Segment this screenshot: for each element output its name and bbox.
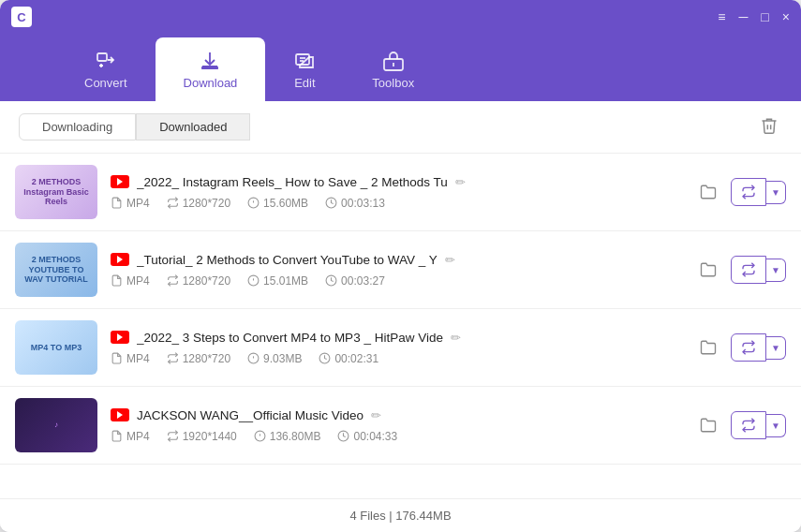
size-1: 15.60MB xyxy=(247,197,308,210)
convert-dropdown-button-2[interactable]: ▼ xyxy=(766,259,786,282)
file-name-1: _2022_ Instagram Reels_ How to Save _ 2 … xyxy=(137,175,448,189)
convert-main-button-1[interactable] xyxy=(731,178,766,206)
convert-icon xyxy=(95,50,117,72)
convert-dropdown-button-3[interactable]: ▼ xyxy=(766,336,786,360)
thumbnail-text-1: 2 METHODS Instagram Basic Reels xyxy=(15,165,97,219)
format-1: MP4 xyxy=(111,197,150,210)
duration-3: 00:02:31 xyxy=(319,352,378,365)
resolution-icon-1 xyxy=(167,197,179,209)
open-folder-button-3[interactable] xyxy=(693,332,723,362)
convert-button-3: ▼ xyxy=(731,333,786,362)
nav-item-edit[interactable]: Edit xyxy=(265,37,344,101)
convert-action-icon-4 xyxy=(741,418,756,433)
folder-icon-1 xyxy=(700,184,717,200)
convert-action-icon-3 xyxy=(741,340,756,355)
thumbnail-text-3: MP4 TO MP3 xyxy=(15,320,97,375)
menu-icon[interactable]: ≡ xyxy=(718,9,725,24)
duration-icon-1 xyxy=(325,197,337,209)
resolution-2: 1280*720 xyxy=(167,274,230,288)
close-button[interactable]: × xyxy=(782,9,790,24)
open-folder-button-4[interactable] xyxy=(693,410,723,440)
file-meta-4: MP4 1920*1440 136.80MB 00:04:33 xyxy=(111,430,680,443)
thumbnail-1: 2 METHODS Instagram Basic Reels xyxy=(15,165,97,219)
downloading-tab[interactable]: Downloading xyxy=(19,113,136,140)
convert-button-4: ▼ xyxy=(731,411,786,439)
duration-icon-4 xyxy=(337,430,349,442)
youtube-icon-2 xyxy=(111,253,129,266)
thumbnail-text-4: ♪ xyxy=(15,398,97,452)
folder-icon-3 xyxy=(700,339,717,356)
open-folder-button-2[interactable] xyxy=(693,255,723,285)
title-bar: C ≡ ─ □ × xyxy=(0,0,801,34)
nav-item-convert[interactable]: Convert xyxy=(56,37,156,101)
duration-4: 00:04:33 xyxy=(337,430,397,443)
size-3: 9.03MB xyxy=(247,352,302,365)
file-title-4: JACKSON WANG__Official Music Video ✏ xyxy=(111,408,680,422)
file-info-1: _2022_ Instagram Reels_ How to Save _ 2 … xyxy=(111,175,680,210)
size-icon-1 xyxy=(247,197,260,209)
convert-dropdown-button-1[interactable]: ▼ xyxy=(766,181,786,204)
file-title-1: _2022_ Instagram Reels_ How to Save _ 2 … xyxy=(111,175,680,189)
edit-name-button-3[interactable]: ✏ xyxy=(451,331,461,345)
convert-button-2: ▼ xyxy=(731,256,786,284)
thumbnail-2: 2 METHODS YOUTUBE TO WAV TUTORIAL xyxy=(15,243,97,297)
file-meta-3: MP4 1280*720 9.03MB 00:02:31 xyxy=(111,352,680,365)
table-row: 2 METHODS YOUTUBE TO WAV TUTORIAL _Tutor… xyxy=(0,231,801,309)
downloaded-tab[interactable]: Downloaded xyxy=(136,113,250,140)
nav-item-toolbox[interactable]: Toolbox xyxy=(344,37,442,101)
convert-main-button-3[interactable] xyxy=(731,333,766,362)
size-icon-2 xyxy=(247,274,260,287)
file-name-4: JACKSON WANG__Official Music Video xyxy=(137,408,363,422)
convert-dropdown-button-4[interactable]: ▼ xyxy=(766,414,786,437)
download-icon xyxy=(199,50,221,72)
toolbox-icon xyxy=(382,50,405,72)
convert-main-button-4[interactable] xyxy=(731,411,766,439)
resolution-icon-2 xyxy=(167,274,179,287)
file-meta-1: MP4 1280*720 15.60MB 00:03:13 xyxy=(111,197,680,210)
duration-icon-2 xyxy=(325,274,337,287)
resolution-3: 1280*720 xyxy=(167,352,230,365)
svg-rect-0 xyxy=(97,53,107,61)
youtube-icon-3 xyxy=(111,331,129,344)
open-folder-button-1[interactable] xyxy=(693,177,723,207)
edit-icon xyxy=(293,50,316,72)
file-icon-2 xyxy=(111,274,123,287)
file-icon-3 xyxy=(111,352,123,364)
table-row: 2 METHODS Instagram Basic Reels _2022_ I… xyxy=(0,154,801,231)
resolution-4: 1920*1440 xyxy=(167,430,237,443)
convert-main-button-2[interactable] xyxy=(731,256,766,284)
resolution-icon-3 xyxy=(167,352,179,364)
size-4: 136.80MB xyxy=(254,430,321,443)
maximize-button[interactable]: □ xyxy=(761,9,768,24)
file-info-3: _2022_ 3 Steps to Convert MP4 to MP3 _ H… xyxy=(111,331,680,365)
nav-item-download[interactable]: Download xyxy=(156,37,266,101)
file-actions-4: ▼ xyxy=(693,410,786,440)
file-meta-2: MP4 1280*720 15.01MB 00:03:27 xyxy=(111,274,680,288)
edit-name-button-2[interactable]: ✏ xyxy=(445,253,455,267)
status-bar: 4 Files | 176.44MB xyxy=(0,498,801,532)
app-window: C ≡ ─ □ × Convert xyxy=(0,0,801,532)
file-icon-4 xyxy=(111,430,123,442)
size-2: 15.01MB xyxy=(247,274,308,288)
edit-name-button-4[interactable]: ✏ xyxy=(371,408,381,422)
folder-icon-4 xyxy=(700,417,717,434)
sub-nav: Downloading Downloaded xyxy=(0,101,801,154)
youtube-icon-1 xyxy=(111,175,129,188)
duration-icon-3 xyxy=(319,352,331,364)
format-3: MP4 xyxy=(111,352,150,365)
delete-all-button[interactable] xyxy=(756,112,782,141)
nav-bar: Convert Download Edit xyxy=(0,34,801,101)
thumbnail-text-2: 2 METHODS YOUTUBE TO WAV TUTORIAL xyxy=(15,243,97,297)
thumbnail-4: ♪ xyxy=(15,398,97,452)
main-content: Downloading Downloaded 2 METHODS Instagr… xyxy=(0,101,801,532)
file-icon-1 xyxy=(111,197,123,209)
minimize-button[interactable]: ─ xyxy=(738,9,748,24)
edit-name-button-1[interactable]: ✏ xyxy=(455,175,466,189)
file-list: 2 METHODS Instagram Basic Reels _2022_ I… xyxy=(0,154,801,498)
status-summary: 4 Files | 176.44MB xyxy=(349,509,451,523)
format-4: MP4 xyxy=(111,430,150,443)
file-info-2: _Tutorial_ 2 Methods to Convert YouTube … xyxy=(111,253,680,288)
resolution-icon-4 xyxy=(167,430,179,442)
file-info-4: JACKSON WANG__Official Music Video ✏ MP4… xyxy=(111,408,680,443)
trash-icon xyxy=(760,116,779,135)
